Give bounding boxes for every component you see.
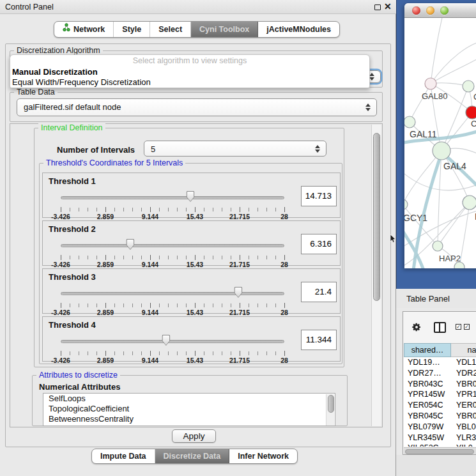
threshold-value-field[interactable]: 14.713 — [301, 186, 337, 206]
axis-label: 28 — [280, 213, 288, 220]
tab-network[interactable]: Network — [54, 22, 114, 37]
slider-thumb[interactable] — [234, 287, 242, 298]
table-row[interactable]: YLR345W YLR3 — [404, 433, 476, 443]
slider-ticks — [61, 256, 285, 259]
node-label-hap2: HAP2 — [439, 254, 461, 263]
slider-thumb[interactable] — [126, 239, 134, 250]
cyni-content-box: Discretization Algorithm Select algorith… — [5, 43, 391, 447]
axis-label: 21.715 — [229, 309, 250, 316]
tab-cyni-toolbox[interactable]: Cyni Toolbox — [191, 22, 258, 37]
attribute-item[interactable]: SelfLoops — [43, 394, 335, 404]
table-body[interactable]: YDL19… YDL1 YDR27… YDR2 YBR043C YBR0 YPR… — [404, 357, 476, 447]
major-tick — [195, 255, 196, 260]
major-tick — [284, 255, 285, 260]
table-header-row: shared… na — [404, 343, 476, 357]
threshold-slider[interactable]: -3.4262.8599.14415.4321.71528 — [61, 190, 284, 219]
close-icon[interactable]: ✕ — [384, 1, 392, 12]
node-label-gal4: GAL4 — [443, 161, 466, 171]
apply-button[interactable]: Apply — [172, 429, 216, 443]
table-row[interactable]: YBL079W YBL0 — [404, 422, 476, 433]
scrollbar-thumb[interactable] — [373, 133, 380, 301]
table-row[interactable]: YBR045C YBR0 — [404, 411, 476, 422]
close-traffic-light-icon[interactable] — [412, 6, 420, 15]
float-window-icon[interactable] — [374, 4, 381, 10]
table-data-value: galFiltered.sif default node — [24, 99, 121, 116]
attributes-list[interactable]: SelfLoops TopologicalCoefficient Between… — [43, 393, 335, 426]
table-row[interactable]: YER054C YER0 — [404, 400, 476, 411]
column-view-icon[interactable] — [434, 322, 446, 333]
tab-select[interactable]: Select — [150, 22, 191, 37]
zoom-traffic-light-icon[interactable] — [440, 6, 449, 15]
threshold-slider[interactable]: -3.4262.8599.14415.4321.71528 — [61, 286, 284, 314]
num-intervals-combobox[interactable]: 5 — [144, 141, 326, 157]
major-tick — [105, 255, 106, 260]
status-strip — [396, 455, 476, 476]
dropdown-option-equal-width[interactable]: Equal Width/Frequency Discretization — [12, 77, 151, 87]
scrollbar-thumb[interactable] — [328, 395, 334, 413]
network-canvas[interactable]: GAL80 GA C GAL11 GAL4 H GCY1 HAP2 — [404, 18, 476, 268]
slider-track[interactable] — [61, 340, 284, 343]
spinner-arrows-icon — [369, 73, 374, 81]
gear-icon[interactable] — [411, 322, 422, 335]
slider-thumb[interactable] — [187, 191, 195, 202]
tab-style[interactable]: Style — [114, 22, 150, 37]
attribute-item[interactable]: BetweennessCentrality — [43, 414, 335, 424]
threshold-label: Threshold 4 — [49, 320, 96, 330]
major-tick — [284, 207, 285, 212]
tab-discretize-data[interactable]: Discretize Data — [155, 449, 230, 463]
dropdown-option-manual[interactable]: Manual Discretization — [12, 67, 98, 77]
threshold-slider[interactable]: -3.4262.8599.14415.4321.71528 — [61, 334, 284, 362]
slider-track[interactable] — [61, 244, 284, 247]
attribute-item[interactable]: TopologicalCoefficient — [43, 404, 335, 414]
tab-jactivemnodules[interactable]: jActiveMNodules — [258, 22, 339, 37]
tab-infer-network[interactable]: Infer Network — [229, 449, 297, 463]
table-row[interactable]: YPR145W YPR1 — [404, 389, 476, 400]
slider-track[interactable] — [61, 196, 284, 199]
checkbox-icon[interactable]: ✓ — [464, 324, 470, 330]
bottom-tab-bar: Impute Data Discretize Data Infer Networ… — [91, 449, 298, 464]
table-row[interactable]: YIL052C YIL0 — [404, 443, 476, 447]
slider-thumb[interactable] — [162, 335, 170, 346]
table-horizontal-scrollbar[interactable] — [404, 447, 476, 454]
major-tick — [61, 303, 61, 308]
major-tick — [150, 351, 151, 356]
axis-label: 15.43 — [187, 357, 203, 364]
thresholds-group: Threshold's Coordinates for 5 Intervals … — [39, 163, 342, 364]
column-header-shared-name[interactable]: shared… — [404, 343, 451, 357]
minimize-traffic-light-icon[interactable] — [426, 6, 434, 15]
major-tick — [240, 351, 240, 356]
threshold-panel: Threshold 2 -3.4262.8599.14415.4321.7152… — [42, 220, 341, 266]
threshold-value-field[interactable]: 6.316 — [301, 234, 337, 254]
table-data-combobox[interactable]: galFiltered.sif default node — [17, 98, 377, 116]
axis-label: 15.43 — [187, 261, 203, 268]
threshold-value-field[interactable]: 11.344 — [301, 330, 337, 350]
table-row[interactable]: YDL19… YDL1 — [404, 357, 476, 368]
table-row[interactable]: YDR27… YDR2 — [404, 368, 476, 379]
major-tick — [105, 207, 106, 212]
numerical-attributes-label: Numerical Attributes — [39, 382, 120, 392]
attributes-scrollbar[interactable] — [326, 394, 334, 426]
node-gal11 — [404, 116, 415, 128]
threshold-panel: Threshold 4 -3.4262.8599.14415.4321.7152… — [42, 316, 341, 362]
top-tab-bar: Network Style Select Cyni Toolbox jActiv… — [54, 21, 340, 38]
scrollbar-thumb[interactable] — [405, 449, 474, 454]
table-row[interactable]: YBR043C YBR0 — [404, 379, 476, 390]
major-tick — [105, 351, 106, 356]
network-window: GAL80 GA C GAL11 GAL4 H GCY1 HAP2 — [404, 3, 476, 268]
tab-label: Discretize Data — [164, 449, 221, 463]
column-header-name[interactable]: na — [451, 343, 476, 357]
node-label-partial-red: C — [471, 119, 476, 128]
axis-label: 9.144 — [142, 261, 158, 268]
major-tick — [150, 207, 151, 212]
threshold-slider[interactable]: -3.4262.8599.14415.4321.71528 — [61, 238, 284, 266]
slider-track[interactable] — [61, 292, 284, 295]
slider-ticks — [61, 351, 285, 355]
checkbox-icon[interactable]: ✓ — [456, 324, 461, 330]
dropdown-placeholder: Select algorithm to view settings — [10, 56, 369, 65]
network-window-titlebar[interactable] — [404, 3, 476, 18]
tab-label: Style — [122, 22, 141, 37]
node-label-gal80: GAL80 — [422, 91, 447, 101]
threshold-value-field[interactable]: 21.4 — [301, 282, 337, 302]
panel-scrollbar[interactable] — [371, 125, 381, 426]
tab-impute-data[interactable]: Impute Data — [92, 449, 155, 463]
